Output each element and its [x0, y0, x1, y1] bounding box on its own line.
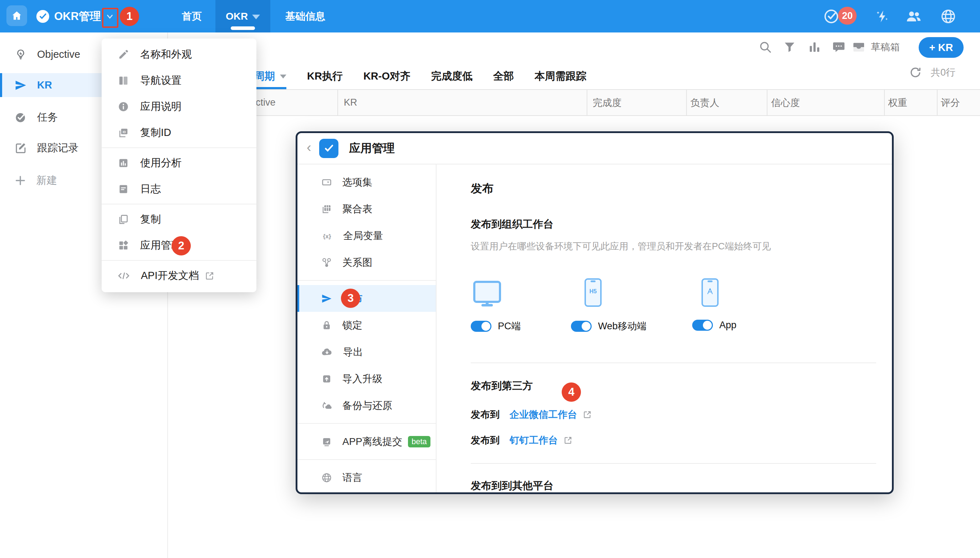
nav-home[interactable]: 首页	[178, 0, 206, 33]
todo-button[interactable]	[823, 0, 839, 33]
col-owner[interactable]: 负责人	[690, 90, 719, 115]
pc-toggle[interactable]	[471, 321, 491, 332]
external-link-icon	[563, 436, 573, 445]
send-icon	[321, 293, 332, 304]
step1-target-box	[102, 8, 118, 28]
menu-divider	[101, 260, 257, 261]
bar-chart-icon	[117, 157, 129, 169]
code-icon	[117, 270, 130, 282]
org-workbench-desc: 设置用户在哪些设备环境下可见此应用，管理员和开发者在PC端始终可见	[471, 240, 876, 253]
menu-item-name-appearance[interactable]: 名称和外观	[101, 41, 257, 67]
col-weight[interactable]: 权重	[888, 90, 907, 115]
tab-low-completion[interactable]: 完成度低	[431, 69, 473, 84]
language-button[interactable]	[940, 0, 957, 33]
add-kr-button[interactable]: + KR	[919, 37, 964, 58]
modal-menu-divider	[298, 423, 436, 424]
statistics-button[interactable]	[807, 40, 822, 56]
table-header: Objective KR 完成度 负责人 信心度 权重 评分	[168, 89, 980, 116]
modal-menu-global-variables[interactable]: {x} 全局变量	[298, 222, 436, 249]
home-button[interactable]	[7, 5, 27, 26]
filter-icon	[782, 40, 797, 54]
tab-kr-o-align[interactable]: KR-O对齐	[363, 69, 411, 84]
globe-icon	[321, 472, 332, 483]
col-completion[interactable]: 完成度	[593, 90, 622, 115]
app-name: OKR管理	[54, 9, 101, 24]
search-icon	[758, 40, 772, 54]
modal-menu-relation-map[interactable]: 关系图	[298, 249, 436, 276]
info-icon	[117, 101, 129, 113]
app-toggle[interactable]	[692, 320, 713, 331]
menu-item-api-docs[interactable]: API开发文档	[101, 263, 257, 289]
tab-kr-exec[interactable]: KR执行	[307, 69, 343, 84]
plus-icon	[14, 174, 26, 187]
modal-menu-publish[interactable]: 发布	[298, 285, 436, 312]
third-party-title: 发布到第三方	[471, 379, 876, 393]
modal-menu-import-upgrade[interactable]: 导入升级	[298, 365, 436, 392]
modal-menu-backup-restore[interactable]: 备份与还原	[298, 392, 436, 419]
members-button[interactable]	[905, 0, 922, 33]
todo-count-badge[interactable]: 20	[838, 7, 857, 25]
platform-web-mobile: H5 Web移动端	[571, 272, 678, 333]
modal-menu-lock[interactable]: 锁定	[298, 312, 436, 338]
modal-menu-aggregate-table[interactable]: 聚合表	[298, 195, 436, 222]
svg-text:{x}: {x}	[323, 233, 331, 240]
section-divider	[471, 363, 876, 363]
app-management-modal: ‹ 应用管理 选项集 聚合表 {x}	[296, 131, 894, 494]
send-icon	[14, 79, 27, 92]
col-kr[interactable]: KR	[344, 90, 357, 115]
modal-menu-divider	[298, 459, 436, 460]
automation-button[interactable]	[874, 0, 890, 33]
variable-icon: {x}	[321, 230, 333, 241]
col-confidence[interactable]: 信心度	[771, 90, 800, 115]
sparkle-bolt-icon	[874, 8, 890, 24]
cloud-download-icon	[321, 346, 333, 358]
modal-menu-option-set[interactable]: 选项集	[298, 169, 436, 195]
org-workbench-title: 发布到组织工作台	[471, 217, 876, 231]
nav-okr[interactable]: OKR	[215, 0, 270, 33]
import-icon	[321, 373, 332, 385]
back-chevron-icon[interactable]: ‹	[307, 140, 311, 155]
menu-item-usage-analytics[interactable]: 使用分析	[101, 150, 257, 176]
filter-button[interactable]	[782, 40, 797, 56]
page: OKR管理 首页 OKR 基础信息 20	[0, 0, 980, 558]
tab-week-tracking[interactable]: 本周需跟踪	[535, 69, 586, 84]
drafts-button[interactable]: 草稿箱	[852, 40, 900, 54]
discussion-button[interactable]	[832, 40, 846, 56]
col-score[interactable]: 评分	[941, 90, 960, 115]
menu-item-app-description[interactable]: 应用说明	[101, 94, 257, 120]
inbox-icon	[852, 40, 866, 54]
menu-item-copy-id[interactable]: ID 复制ID	[101, 120, 257, 146]
dingtalk-workbench-link[interactable]: 钉钉工作台	[510, 434, 558, 447]
menu-item-duplicate[interactable]: 复制	[101, 206, 257, 232]
check-circle-icon	[823, 8, 839, 25]
svg-text:ID: ID	[123, 130, 126, 133]
lightbulb-icon	[14, 48, 27, 61]
copy-icon	[117, 213, 129, 225]
menu-item-nav-settings[interactable]: 导航设置	[101, 67, 257, 94]
comment-icon	[832, 40, 846, 54]
pencil-icon	[117, 49, 129, 61]
nav-basic-info[interactable]: 基础信息	[280, 0, 330, 33]
modal-menu-language[interactable]: 语言	[298, 464, 436, 491]
search-button[interactable]	[758, 40, 772, 56]
modal-menu-export[interactable]: 导出	[298, 338, 436, 365]
menu-item-logs[interactable]: 日志	[101, 176, 257, 202]
other-platforms-title: 发布到到其他平台	[471, 479, 876, 492]
phone-appstore-icon	[702, 278, 718, 307]
refresh-icon[interactable]	[909, 66, 922, 79]
view-tabs: 当前周期 KR执行 KR-O对齐 完成度低 全部 本周需跟踪	[234, 66, 586, 87]
selected-indicator	[0, 73, 2, 97]
tab-all[interactable]: 全部	[493, 69, 514, 84]
web-mobile-toggle[interactable]	[571, 321, 592, 332]
backup-icon	[321, 400, 332, 411]
external-link-icon	[583, 410, 592, 419]
modal-menu-app-offline-submit[interactable]: APP离线提交 beta	[298, 428, 436, 455]
publish-panel: 发布 发布到组织工作台 设置用户在哪些设备环境下可见此应用，管理员和开发者在PC…	[437, 164, 892, 492]
bar-chart-icon	[807, 40, 822, 54]
publish-wecom-row: 发布到 企业微信工作台	[471, 408, 876, 421]
phone-h5-icon: H5	[584, 278, 602, 307]
wecom-workbench-link[interactable]: 企业微信工作台	[510, 408, 577, 421]
modal-title: 应用管理	[349, 141, 395, 156]
publish-title: 发布	[471, 181, 876, 197]
modal-sidebar: 选项集 聚合表 {x} 全局变量 关系图	[298, 164, 437, 492]
